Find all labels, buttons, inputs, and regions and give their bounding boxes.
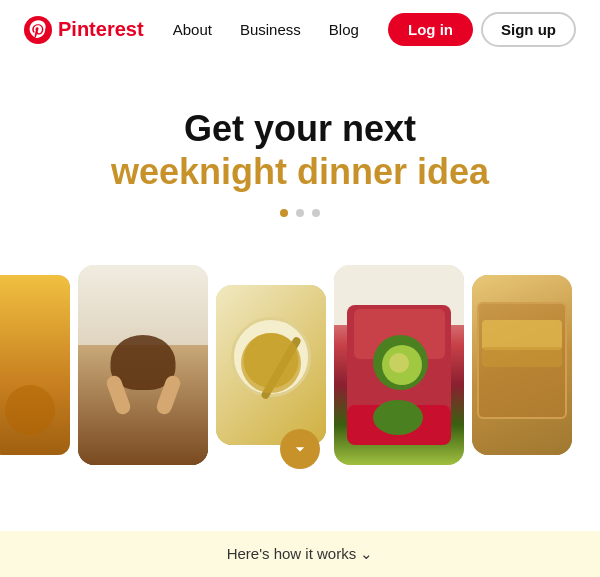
logo-text: Pinterest (58, 18, 144, 41)
nav-blog[interactable]: Blog (329, 21, 359, 38)
nav-links: About Business Blog (173, 21, 359, 38)
carousel-dots (0, 209, 600, 217)
dot-1[interactable] (280, 209, 288, 217)
nav-about[interactable]: About (173, 21, 212, 38)
dot-3[interactable] (312, 209, 320, 217)
scroll-down-button[interactable] (280, 429, 320, 469)
hero-title-line2: weeknight dinner idea (0, 150, 600, 193)
nav-actions: Log in Sign up (388, 12, 576, 47)
food-card-2[interactable] (78, 265, 208, 465)
food-card-4[interactable] (334, 265, 464, 465)
chevron-down-icon: ⌄ (360, 545, 373, 562)
nav-business[interactable]: Business (240, 21, 301, 38)
image-strip (0, 245, 600, 485)
svg-point-0 (24, 16, 52, 44)
how-it-works-banner[interactable]: Here's how it works ⌄ (0, 531, 600, 577)
logo[interactable]: Pinterest (24, 16, 144, 44)
navbar: Pinterest About Business Blog Log in Sig… (0, 0, 600, 59)
hero-title-line1: Get your next (0, 107, 600, 150)
chevron-down-icon (290, 439, 310, 459)
food-card-3[interactable] (216, 285, 326, 445)
hero-section: Get your next weeknight dinner idea (0, 59, 600, 233)
pinterest-logo-icon (24, 16, 52, 44)
signup-button[interactable]: Sign up (481, 12, 576, 47)
how-it-works-label: Here's how it works (227, 545, 357, 562)
food-card-1[interactable] (0, 275, 70, 455)
login-button[interactable]: Log in (388, 13, 473, 46)
dot-2[interactable] (296, 209, 304, 217)
food-card-5[interactable] (472, 275, 572, 455)
